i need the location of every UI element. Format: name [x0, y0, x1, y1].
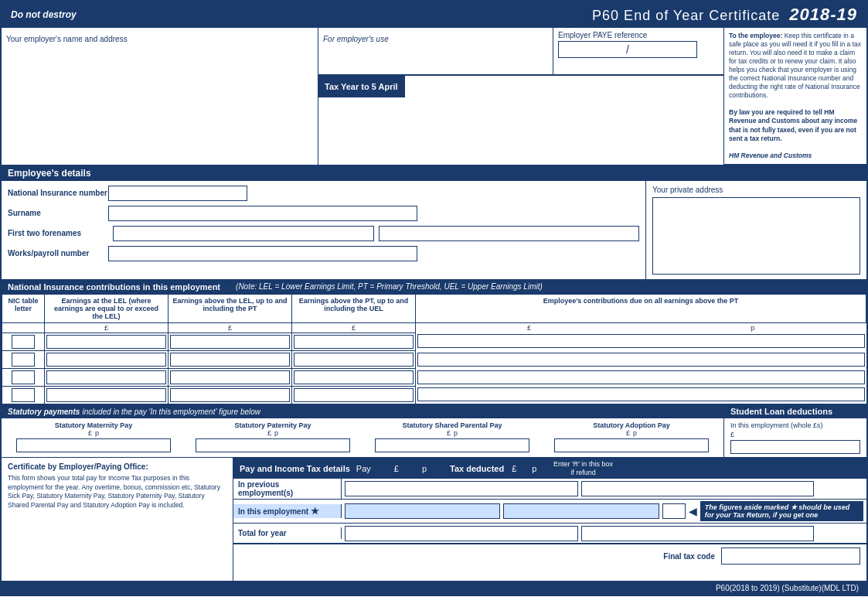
- nic-lel-pt-3[interactable]: [170, 370, 290, 384]
- this-pay-input[interactable]: [345, 503, 500, 519]
- private-address-label: Your private address: [652, 186, 860, 194]
- surname-input[interactable]: [108, 206, 417, 221]
- r-box-input[interactable]: [662, 503, 686, 519]
- nic-lel-pt-4[interactable]: [170, 388, 290, 402]
- nic-contrib-1[interactable]: [417, 334, 865, 348]
- nic-contrib-4[interactable]: [417, 387, 865, 401]
- previous-pay-input[interactable]: [345, 481, 578, 496]
- nic-lel-3[interactable]: [46, 370, 166, 384]
- tax-year-input[interactable]: [404, 76, 497, 97]
- statutory-shared-parental-input[interactable]: [375, 438, 529, 452]
- total-pay-input[interactable]: [345, 526, 578, 541]
- nic-pt-uel-3[interactable]: [294, 370, 414, 384]
- statutory-section: Statutory payments included in the pay '…: [2, 404, 866, 458]
- nic-contrib-3[interactable]: [417, 370, 865, 384]
- nic-letter-3[interactable]: [12, 370, 35, 384]
- employee-details-body: National Insurance number Surname First …: [2, 181, 866, 280]
- nic-pt-uel-1[interactable]: [294, 335, 414, 349]
- employer-paye-section: Employer PAYE reference /: [553, 28, 723, 74]
- employer-address-box: Your employer's name and address: [2, 28, 318, 165]
- statutory-shared-parental-label: Statutory Shared Parental Pay: [366, 421, 538, 429]
- private-address-input[interactable]: [652, 197, 860, 275]
- employer-use-section: For employer's use Employer PAYE referen…: [318, 28, 723, 165]
- nic-lel-pt-2[interactable]: [170, 353, 290, 367]
- pay-income-right: Pay and Income Tax details Pay £ p Tax d…: [233, 458, 866, 581]
- figures-notice: The figures aside marked ★ should be use…: [700, 501, 863, 521]
- previous-tax-input[interactable]: [581, 481, 815, 496]
- nic-contrib-2[interactable]: [417, 353, 865, 367]
- pay-row-previous: In previous employment(s): [233, 479, 866, 500]
- final-tax-label: Final tax code: [663, 552, 715, 561]
- nic-title: National Insurance contributions in this…: [8, 282, 220, 292]
- statutory-payments-grid: Statutory Maternity Pay £ p Statutory Pa…: [2, 418, 723, 455]
- nic-letter-2[interactable]: [12, 353, 35, 367]
- works-payroll-label: Works/payroll number: [8, 249, 108, 258]
- notice-text1: Keep this certificate in a safe place as…: [729, 32, 861, 99]
- nic-pt-uel-4[interactable]: [294, 388, 414, 402]
- top-section: Your employer's name and address For emp…: [2, 28, 866, 165]
- statutory-maternity-input[interactable]: [16, 438, 171, 452]
- nic-letter-1[interactable]: [12, 335, 35, 349]
- statutory-maternity-currency: £ p: [8, 429, 179, 437]
- employer-address-label: Your employer's name and address: [6, 35, 128, 43]
- nic-letter-4[interactable]: [12, 388, 35, 402]
- nic-table: NIC table letter Earnings at the LEL (wh…: [2, 294, 866, 404]
- nic-lel-2[interactable]: [46, 353, 166, 367]
- nic-col3-currency: £: [168, 322, 292, 333]
- this-tax-input[interactable]: [503, 503, 659, 519]
- employee-details-header: Employee's details: [2, 165, 866, 181]
- notice-intro: To the employee:: [729, 32, 782, 39]
- statutory-maternity-label: Statutory Maternity Pay: [8, 421, 179, 429]
- notice-signature: HM Revenue and Customs: [729, 152, 812, 159]
- nic-col1-header: NIC table letter: [2, 294, 45, 322]
- header: Do not destroy P60 End of Year Certifica…: [2, 2, 866, 28]
- do-not-destroy: Do not destroy: [11, 9, 77, 20]
- employee-private-address: Your private address: [646, 181, 866, 279]
- student-loan-header: Student Loan deductions: [724, 404, 866, 418]
- this-employment-fields: ◀ The figures aside marked ★ should be u…: [342, 500, 866, 523]
- nic-lel-pt-1[interactable]: [170, 335, 290, 349]
- nic-section: National Insurance contributions in this…: [2, 280, 866, 404]
- certificate-title: Certificate by Employer/Paying Office:: [8, 462, 226, 471]
- total-tax-input[interactable]: [581, 526, 815, 541]
- footer-text: P60(2018 to 2019) (Substitute)(MDL LTD): [716, 584, 859, 592]
- statutory-shared-parental: Statutory Shared Parental Pay £ p: [366, 421, 538, 452]
- statutory-paternity-label: Statutory Paternity Pay: [187, 421, 359, 429]
- employee-fields-left: National Insurance number Surname First …: [2, 181, 646, 279]
- student-loan-input[interactable]: [730, 440, 860, 454]
- forename2-input[interactable]: [379, 226, 640, 241]
- statutory-maternity: Statutory Maternity Pay £ p: [8, 421, 179, 452]
- surname-label: Surname: [8, 209, 108, 217]
- pay-tax-section: Certificate by Employer/Paying Office: T…: [2, 458, 866, 582]
- statutory-paternity-input[interactable]: [196, 438, 350, 452]
- tax-year-label: Tax Year to 5 April: [318, 76, 404, 97]
- statutory-paternity: Statutory Paternity Pay £ p: [187, 421, 359, 452]
- final-tax-code-input[interactable]: [721, 547, 860, 565]
- nic-col2-header: Earnings at the LEL (where earnings are …: [45, 294, 168, 322]
- nic-pt-uel-2[interactable]: [294, 353, 414, 367]
- employer-paye-label: Employer PAYE reference: [558, 31, 719, 39]
- ni-number-label: National Insurance number: [8, 189, 108, 197]
- certificate-body: This form shows your total pay for Incom…: [8, 474, 226, 511]
- nic-lel-1[interactable]: [46, 335, 166, 349]
- nic-col4-header: Earnings above the PT, up to and includi…: [292, 294, 416, 322]
- paye-ref-display: /: [558, 41, 697, 58]
- forename1-input[interactable]: [113, 226, 374, 241]
- nic-lel-4[interactable]: [46, 388, 166, 402]
- ni-number-input[interactable]: [108, 186, 247, 201]
- p60-form: Do not destroy P60 End of Year Certifica…: [0, 0, 868, 596]
- total-year-fields: [342, 524, 866, 543]
- this-employment-label: In this employment ★: [233, 504, 342, 518]
- statutory-adoption-input[interactable]: [554, 438, 709, 452]
- pay-income-header: Pay and Income Tax details Pay £ p Tax d…: [233, 458, 866, 479]
- student-loan-body: In this employment (whole £s) £: [724, 418, 866, 457]
- nic-col3-header: Earnings above the LEL, up to and includ…: [168, 294, 292, 322]
- nic-col5-header: Employee's contributions due on all earn…: [416, 294, 866, 322]
- works-payroll-input[interactable]: [108, 246, 417, 261]
- statutory-adoption-currency: £ p: [546, 429, 717, 437]
- table-row: [2, 368, 866, 386]
- statutory-paternity-currency: £ p: [187, 429, 359, 437]
- table-row: [2, 350, 866, 368]
- notice-text2: By law you are required to tell HM Reven…: [729, 108, 857, 142]
- nic-note: (Note: LEL = Lower Earnings Limit, PT = …: [236, 282, 543, 291]
